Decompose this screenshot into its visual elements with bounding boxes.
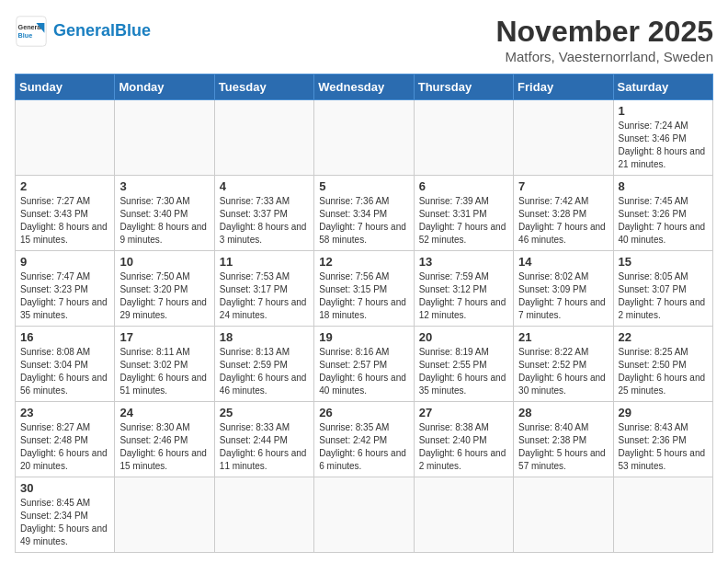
day-info: Sunrise: 7:50 AM Sunset: 3:20 PM Dayligh…	[119, 270, 209, 322]
calendar-cell: 21Sunrise: 8:22 AM Sunset: 2:52 PM Dayli…	[514, 327, 613, 402]
day-info: Sunrise: 8:25 AM Sunset: 2:50 PM Dayligh…	[619, 346, 708, 397]
day-number: 2	[20, 179, 109, 193]
day-number: 17	[119, 330, 209, 344]
calendar-cell: 24Sunrise: 8:30 AM Sunset: 2:46 PM Dayli…	[115, 402, 214, 477]
day-number: 5	[319, 179, 408, 193]
weekday-header-monday: Monday	[115, 75, 214, 100]
day-number: 13	[419, 255, 508, 269]
day-number: 27	[419, 406, 508, 419]
day-number: 21	[518, 330, 608, 344]
calendar-cell: 4Sunrise: 7:33 AM Sunset: 3:37 PM Daylig…	[214, 176, 313, 251]
day-number: 18	[220, 330, 309, 344]
calendar-cell	[314, 100, 414, 176]
location-title: Matfors, Vaesternorrland, Sweden	[495, 49, 713, 64]
weekday-header-thursday: Thursday	[414, 75, 513, 100]
calendar-cell: 13Sunrise: 7:59 AM Sunset: 3:12 PM Dayli…	[414, 251, 513, 327]
week-row-4: 23Sunrise: 8:27 AM Sunset: 2:48 PM Dayli…	[16, 402, 713, 477]
day-info: Sunrise: 8:30 AM Sunset: 2:46 PM Dayligh…	[119, 421, 209, 473]
week-row-3: 16Sunrise: 8:08 AM Sunset: 3:04 PM Dayli…	[16, 327, 713, 402]
calendar-cell	[214, 477, 313, 553]
calendar-cell	[314, 477, 414, 553]
calendar-cell: 2Sunrise: 7:27 AM Sunset: 3:43 PM Daylig…	[16, 176, 115, 251]
calendar-cell: 9Sunrise: 7:47 AM Sunset: 3:23 PM Daylig…	[16, 251, 115, 327]
day-number: 1	[619, 104, 708, 118]
day-number: 3	[119, 179, 209, 193]
weekday-header-wednesday: Wednesday	[314, 75, 414, 100]
day-info: Sunrise: 7:59 AM Sunset: 3:12 PM Dayligh…	[419, 270, 508, 322]
day-info: Sunrise: 7:30 AM Sunset: 3:40 PM Dayligh…	[119, 195, 209, 247]
weekday-header-sunday: Sunday	[16, 75, 115, 100]
day-number: 19	[319, 330, 408, 344]
calendar: SundayMondayTuesdayWednesdayThursdayFrid…	[15, 74, 713, 553]
logo-icon: General Blue	[15, 15, 48, 48]
day-info: Sunrise: 7:24 AM Sunset: 3:46 PM Dayligh…	[619, 120, 708, 171]
day-info: Sunrise: 7:36 AM Sunset: 3:34 PM Dayligh…	[319, 195, 408, 247]
day-info: Sunrise: 7:27 AM Sunset: 3:43 PM Dayligh…	[20, 195, 109, 247]
weekday-header-tuesday: Tuesday	[214, 75, 313, 100]
day-info: Sunrise: 8:33 AM Sunset: 2:44 PM Dayligh…	[220, 421, 309, 473]
calendar-cell: 29Sunrise: 8:43 AM Sunset: 2:36 PM Dayli…	[613, 402, 712, 477]
day-number: 29	[619, 406, 708, 419]
calendar-cell: 16Sunrise: 8:08 AM Sunset: 3:04 PM Dayli…	[16, 327, 115, 402]
week-row-2: 9Sunrise: 7:47 AM Sunset: 3:23 PM Daylig…	[16, 251, 713, 327]
month-title: November 2025	[495, 15, 713, 49]
calendar-cell: 26Sunrise: 8:35 AM Sunset: 2:42 PM Dayli…	[314, 402, 414, 477]
day-number: 6	[419, 179, 508, 193]
day-number: 9	[20, 255, 109, 269]
day-number: 12	[319, 255, 408, 269]
day-number: 7	[518, 179, 608, 193]
calendar-cell: 27Sunrise: 8:38 AM Sunset: 2:40 PM Dayli…	[414, 402, 513, 477]
calendar-cell: 14Sunrise: 8:02 AM Sunset: 3:09 PM Dayli…	[514, 251, 613, 327]
day-number: 22	[619, 330, 708, 344]
title-block: November 2025 Matfors, Vaesternorrland, …	[495, 15, 713, 64]
logo-general: General	[53, 21, 115, 40]
day-info: Sunrise: 7:39 AM Sunset: 3:31 PM Dayligh…	[419, 195, 508, 247]
calendar-cell	[16, 100, 115, 176]
calendar-cell: 10Sunrise: 7:50 AM Sunset: 3:20 PM Dayli…	[115, 251, 214, 327]
calendar-cell: 25Sunrise: 8:33 AM Sunset: 2:44 PM Dayli…	[214, 402, 313, 477]
weekday-header-saturday: Saturday	[613, 75, 712, 100]
calendar-cell: 28Sunrise: 8:40 AM Sunset: 2:38 PM Dayli…	[514, 402, 613, 477]
day-number: 8	[619, 179, 708, 193]
day-info: Sunrise: 8:19 AM Sunset: 2:55 PM Dayligh…	[419, 346, 508, 397]
page-header: General Blue GeneralBlue November 2025 M…	[15, 15, 713, 64]
day-info: Sunrise: 8:02 AM Sunset: 3:09 PM Dayligh…	[518, 270, 608, 322]
calendar-cell: 23Sunrise: 8:27 AM Sunset: 2:48 PM Dayli…	[16, 402, 115, 477]
day-info: Sunrise: 8:40 AM Sunset: 2:38 PM Dayligh…	[518, 421, 608, 473]
calendar-cell	[514, 477, 613, 553]
day-info: Sunrise: 7:56 AM Sunset: 3:15 PM Dayligh…	[319, 270, 408, 322]
week-row-1: 2Sunrise: 7:27 AM Sunset: 3:43 PM Daylig…	[16, 176, 713, 251]
logo-blue: Blue	[115, 21, 151, 40]
calendar-cell	[115, 477, 214, 553]
day-info: Sunrise: 8:35 AM Sunset: 2:42 PM Dayligh…	[319, 421, 408, 473]
day-info: Sunrise: 8:08 AM Sunset: 3:04 PM Dayligh…	[20, 346, 109, 397]
logo-text: GeneralBlue	[53, 22, 151, 40]
day-number: 11	[220, 255, 309, 269]
day-number: 14	[518, 255, 608, 269]
day-info: Sunrise: 8:11 AM Sunset: 3:02 PM Dayligh…	[119, 346, 209, 397]
day-number: 30	[20, 481, 109, 495]
weekday-header-row: SundayMondayTuesdayWednesdayThursdayFrid…	[16, 75, 713, 100]
day-info: Sunrise: 8:27 AM Sunset: 2:48 PM Dayligh…	[20, 421, 109, 473]
calendar-cell: 20Sunrise: 8:19 AM Sunset: 2:55 PM Dayli…	[414, 327, 513, 402]
day-number: 16	[20, 330, 109, 344]
day-info: Sunrise: 8:16 AM Sunset: 2:57 PM Dayligh…	[319, 346, 408, 397]
calendar-cell: 5Sunrise: 7:36 AM Sunset: 3:34 PM Daylig…	[314, 176, 414, 251]
day-number: 10	[119, 255, 209, 269]
day-info: Sunrise: 7:53 AM Sunset: 3:17 PM Dayligh…	[220, 270, 309, 322]
calendar-cell: 1Sunrise: 7:24 AM Sunset: 3:46 PM Daylig…	[613, 100, 712, 176]
day-info: Sunrise: 8:05 AM Sunset: 3:07 PM Dayligh…	[619, 270, 708, 322]
weekday-header-friday: Friday	[514, 75, 613, 100]
calendar-cell	[414, 477, 513, 553]
calendar-cell	[514, 100, 613, 176]
day-number: 20	[419, 330, 508, 344]
day-info: Sunrise: 8:13 AM Sunset: 2:59 PM Dayligh…	[220, 346, 309, 397]
calendar-cell: 7Sunrise: 7:42 AM Sunset: 3:28 PM Daylig…	[514, 176, 613, 251]
calendar-cell: 11Sunrise: 7:53 AM Sunset: 3:17 PM Dayli…	[214, 251, 313, 327]
calendar-cell	[214, 100, 313, 176]
day-number: 23	[20, 406, 109, 419]
day-number: 26	[319, 406, 408, 419]
svg-text:Blue: Blue	[18, 31, 33, 40]
day-info: Sunrise: 8:38 AM Sunset: 2:40 PM Dayligh…	[419, 421, 508, 473]
day-number: 24	[119, 406, 209, 419]
